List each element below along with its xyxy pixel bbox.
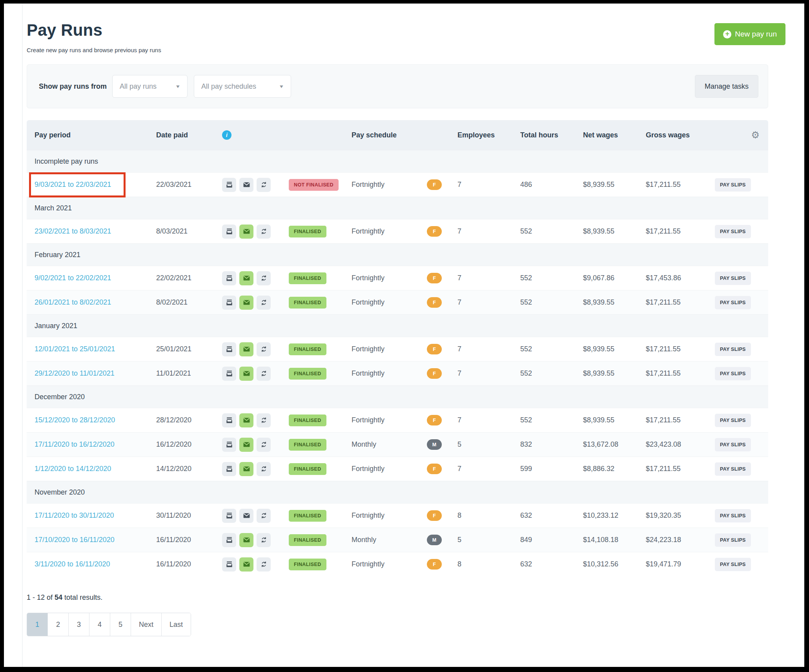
pay-slips-button[interactable]: PAY SLIPS [715, 367, 751, 380]
pay-period-link[interactable]: 12/01/2021 to 25/01/2021 [35, 345, 115, 353]
pay-schedule: Fortnightly [344, 227, 419, 236]
pay-slips-button[interactable]: PAY SLIPS [715, 462, 751, 476]
employees-count: 7 [450, 181, 512, 189]
envelope-icon-button[interactable] [239, 367, 253, 381]
sync-icon-button[interactable] [257, 342, 271, 356]
print-icon-button[interactable] [222, 509, 236, 523]
col-total-hours: Total hours [512, 131, 575, 139]
print-icon-button[interactable] [222, 533, 236, 547]
sync-icon-button[interactable] [257, 178, 271, 192]
envelope-icon [243, 512, 250, 519]
total-hours: 552 [512, 227, 575, 236]
pay-period-link[interactable]: 17/10/2020 to 16/11/2020 [35, 536, 115, 544]
pay-period-link[interactable]: 17/11/2020 to 16/12/2020 [35, 440, 115, 448]
pay-period-link[interactable]: 9/03/2021 to 22/03/2021 [35, 181, 111, 188]
envelope-icon-button[interactable] [239, 296, 253, 310]
status-badge: FINALISED [289, 297, 326, 309]
sync-icon-button[interactable] [257, 509, 271, 523]
print-icon-button[interactable] [222, 557, 236, 572]
new-pay-run-button[interactable]: + New pay run [714, 23, 785, 45]
pay-slips-button[interactable]: PAY SLIPS [715, 533, 751, 547]
page-button-3[interactable]: 3 [69, 613, 89, 636]
sync-icon-button[interactable] [257, 225, 271, 239]
sync-icon-button[interactable] [257, 296, 271, 310]
sync-icon-button[interactable] [257, 533, 271, 547]
page-button-last[interactable]: Last [162, 613, 191, 636]
pay-period-link[interactable]: 23/02/2021 to 8/03/2021 [35, 227, 111, 235]
sync-icon-button[interactable] [257, 413, 271, 427]
envelope-icon-button[interactable] [239, 557, 253, 572]
info-icon[interactable]: i [222, 130, 231, 140]
envelope-icon-button[interactable] [239, 438, 253, 452]
print-icon-button[interactable] [222, 462, 236, 476]
pay-period-link[interactable]: 1/12/2020 to 14/12/2020 [35, 465, 111, 473]
pay-slips-button[interactable]: PAY SLIPS [715, 343, 751, 356]
envelope-icon-button[interactable] [239, 509, 253, 523]
pay-period-link[interactable]: 15/12/2020 to 28/12/2020 [35, 416, 115, 424]
envelope-icon-button[interactable] [239, 533, 253, 547]
pay-period-link[interactable]: 29/12/2020 to 11/01/2021 [35, 369, 115, 377]
table-row: 29/12/2020 to 11/01/2021 11/01/2021 [27, 361, 768, 385]
pay-slips-button[interactable]: PAY SLIPS [715, 438, 751, 451]
pay-slips-button[interactable]: PAY SLIPS [715, 272, 751, 285]
pay-schedule: Fortnightly [344, 298, 419, 307]
status-badge: FINALISED [289, 415, 326, 426]
col-pay-period: Pay period [27, 131, 148, 139]
page-button-next[interactable]: Next [131, 613, 162, 636]
print-icon-button[interactable] [222, 367, 236, 381]
sync-icon-button[interactable] [257, 271, 271, 285]
pay-slips-button[interactable]: PAY SLIPS [715, 296, 751, 309]
gross-wages: $17,211.55 [638, 181, 707, 189]
print-icon-button[interactable] [222, 178, 236, 192]
print-icon-button[interactable] [222, 342, 236, 356]
sync-icon-button[interactable] [257, 462, 271, 476]
filter-label: Show pay runs from [39, 82, 107, 91]
envelope-icon-button[interactable] [239, 178, 253, 192]
total-hours: 599 [512, 465, 575, 473]
print-icon-button[interactable] [222, 438, 236, 452]
pay-slips-button[interactable]: PAY SLIPS [715, 178, 751, 192]
date-paid: 11/01/2021 [148, 369, 214, 378]
date-paid: 22/03/2021 [148, 181, 214, 189]
pay-slips-button[interactable]: PAY SLIPS [715, 509, 751, 522]
page-button-4[interactable]: 4 [89, 613, 110, 636]
schedule-badge: F [427, 368, 442, 379]
pay-slips-button[interactable]: PAY SLIPS [715, 225, 751, 238]
print-icon-button[interactable] [222, 225, 236, 239]
schedule-badge: F [427, 415, 442, 425]
schedule-badge: F [427, 179, 442, 190]
gross-wages: $24,223.18 [638, 536, 707, 544]
sync-icon-button[interactable] [257, 438, 271, 452]
table-row: 3/11/2020 to 16/11/2020 16/11/2020 [27, 552, 768, 576]
pay-period-link[interactable]: 3/11/2020 to 16/11/2020 [35, 560, 110, 568]
pay-period-link[interactable]: 17/11/2020 to 30/11/2020 [35, 511, 114, 519]
gear-icon[interactable]: ⚙ [751, 130, 760, 140]
print-icon-button[interactable] [222, 296, 236, 310]
pay-slips-button[interactable]: PAY SLIPS [715, 558, 751, 571]
manage-tasks-button[interactable]: Manage tasks [695, 75, 758, 98]
envelope-icon [243, 536, 250, 544]
envelope-icon-button[interactable] [239, 271, 253, 285]
page-button-5[interactable]: 5 [110, 613, 131, 636]
envelope-icon-button[interactable] [239, 225, 253, 239]
sync-icon-button[interactable] [257, 367, 271, 381]
pay-schedules-dropdown[interactable]: All pay schedules ▼ [194, 75, 291, 98]
employees-count: 5 [450, 536, 512, 544]
envelope-icon [243, 181, 250, 188]
table-row: 17/10/2020 to 16/11/2020 16/11/2020 [27, 528, 768, 552]
page-button-2[interactable]: 2 [48, 613, 69, 636]
schedule-badge: M [427, 535, 442, 545]
envelope-icon-button[interactable] [239, 413, 253, 427]
section-label: January 2021 [35, 322, 77, 330]
pay-slips-button[interactable]: PAY SLIPS [715, 414, 751, 427]
print-icon-button[interactable] [222, 271, 236, 285]
net-wages: $8,939.55 [575, 369, 638, 378]
pay-period-link[interactable]: 9/02/2021 to 22/02/2021 [35, 274, 111, 282]
pay-runs-dropdown[interactable]: All pay runs ▼ [112, 75, 188, 98]
pay-period-link[interactable]: 26/01/2021 to 8/02/2021 [35, 298, 111, 306]
envelope-icon-button[interactable] [239, 342, 253, 356]
sync-icon-button[interactable] [257, 557, 271, 572]
print-icon-button[interactable] [222, 413, 236, 427]
page-button-1[interactable]: 1 [27, 613, 48, 636]
envelope-icon-button[interactable] [239, 462, 253, 476]
